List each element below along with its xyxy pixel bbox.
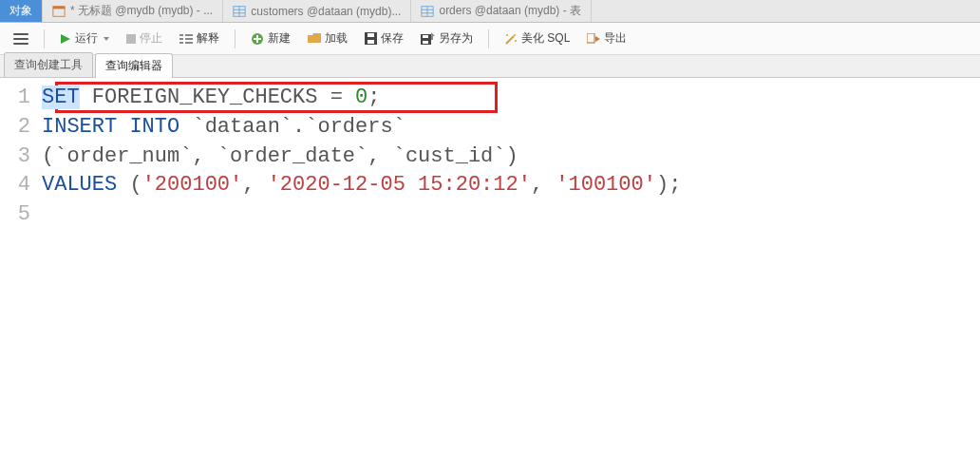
save-as-label: 另存为 (439, 30, 473, 47)
line-number: 4 (0, 171, 42, 200)
subtab-label: 查询创建工具 (14, 58, 83, 71)
run-label: 运行 (75, 30, 98, 47)
code-line: 5 (0, 200, 980, 230)
code-content[interactable]: INSERT INTO `dataan`.`orders` (42, 113, 405, 142)
svg-point-30 (515, 40, 517, 42)
tab-label: 对象 (9, 3, 32, 19)
tab-label: customers @dataan (mydb)... (251, 5, 401, 18)
plus-icon (251, 32, 264, 46)
tab-objects[interactable]: 对象 (0, 0, 43, 22)
svg-rect-17 (185, 42, 193, 44)
code-line: 1 SET FOREIGN_KEY_CHECKS = 0; (0, 84, 980, 113)
separator (235, 29, 236, 48)
file-tab-bar: 对象 * 无标题 @mydb (mydb) - ... customers @d… (0, 0, 980, 23)
export-label: 导出 (604, 30, 627, 47)
beautify-label: 美化 SQL (521, 30, 570, 47)
svg-rect-1 (53, 6, 65, 9)
export-icon (587, 33, 600, 45)
play-icon (60, 33, 71, 45)
svg-rect-15 (185, 34, 193, 36)
line-number: 1 (0, 84, 42, 113)
separator (488, 29, 489, 48)
svg-rect-22 (368, 33, 374, 37)
code-line: 2 INSERT INTO `dataan`.`orders` (0, 113, 980, 142)
code-content[interactable]: SET FOREIGN_KEY_CHECKS = 0; (42, 84, 380, 113)
menu-button[interactable] (8, 29, 34, 48)
beautify-button[interactable]: 美化 SQL (499, 28, 575, 49)
svg-rect-26 (423, 41, 428, 44)
run-button[interactable]: 运行 (54, 28, 115, 49)
code-line: 3 (`order_num`, `order_date`, `cust_id`) (0, 142, 980, 172)
stop-label: 停止 (140, 30, 162, 47)
tab-orders-table[interactable]: orders @dataan (mydb) - 表 (411, 0, 592, 22)
code-content[interactable]: VALUES ('200100', '2020-12-05 15:20:12',… (42, 171, 681, 200)
line-number: 5 (0, 200, 42, 230)
separator (44, 29, 45, 48)
svg-rect-16 (185, 38, 193, 40)
code-line: 4 VALUES ('200100', '2020-12-05 15:20:12… (0, 171, 980, 200)
save-button[interactable]: 保存 (359, 28, 409, 49)
tab-customers-table[interactable]: customers @dataan (mydb)... (223, 0, 411, 22)
explain-icon (179, 33, 193, 45)
svg-marker-10 (61, 34, 70, 44)
query-icon (52, 5, 66, 18)
sql-editor[interactable]: 1 SET FOREIGN_KEY_CHECKS = 0; 2 INSERT I… (0, 78, 980, 475)
table-icon (233, 5, 246, 18)
tab-label: * 无标题 @mydb (mydb) - ... (70, 3, 213, 19)
stop-button[interactable]: 停止 (121, 28, 168, 49)
svg-point-29 (506, 34, 508, 36)
subtab-query-editor[interactable]: 查询编辑器 (95, 53, 173, 78)
svg-rect-20 (254, 38, 261, 40)
explain-button[interactable]: 解释 (174, 28, 225, 49)
sql-editor-wrap: 1 SET FOREIGN_KEY_CHECKS = 0; 2 INSERT I… (0, 78, 980, 475)
svg-line-27 (506, 36, 514, 44)
line-number: 2 (0, 113, 42, 142)
wand-icon (504, 32, 518, 46)
tab-untitled-query[interactable]: * 无标题 @mydb (mydb) - ... (43, 0, 223, 22)
line-number: 3 (0, 142, 42, 172)
subtab-label: 查询编辑器 (105, 59, 162, 72)
save-as-button[interactable]: 另存为 (415, 28, 479, 49)
svg-point-28 (514, 34, 516, 36)
tab-label: orders @dataan (mydb) - 表 (439, 3, 581, 19)
load-label: 加载 (325, 30, 348, 47)
new-label: 新建 (268, 30, 291, 47)
save-label: 保存 (381, 30, 404, 47)
svg-rect-25 (423, 35, 428, 38)
save-icon (365, 32, 377, 45)
load-button[interactable]: 加载 (302, 28, 353, 49)
svg-rect-12 (179, 34, 183, 36)
export-button[interactable]: 导出 (581, 28, 632, 49)
chevron-down-icon (104, 37, 109, 41)
svg-rect-23 (368, 40, 374, 44)
code-content[interactable]: (`order_num`, `order_date`, `cust_id`) (42, 142, 518, 172)
toolbar: 运行 停止 解释 新建 加载 保存 另存为 美化 SQL 导出 (0, 23, 980, 55)
table-icon (421, 5, 434, 18)
stop-icon (126, 34, 136, 44)
svg-rect-13 (179, 38, 183, 40)
editor-subtab-bar: 查询创建工具 查询编辑器 (0, 55, 980, 78)
save-as-icon (421, 32, 435, 45)
folder-icon (308, 33, 321, 45)
explain-label: 解释 (197, 30, 219, 47)
subtab-query-builder[interactable]: 查询创建工具 (4, 52, 93, 77)
svg-rect-14 (179, 42, 183, 44)
new-button[interactable]: 新建 (245, 28, 296, 49)
svg-rect-31 (587, 33, 594, 43)
svg-rect-11 (126, 34, 136, 44)
